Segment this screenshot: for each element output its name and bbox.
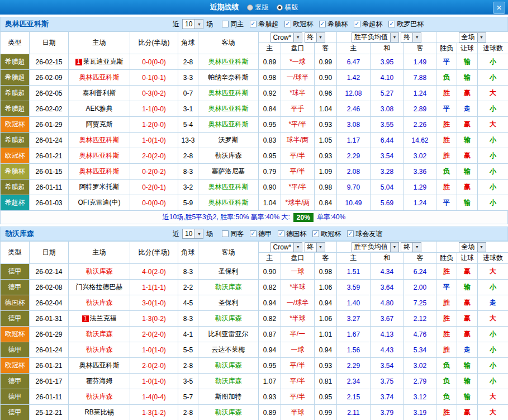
odds-away: 0.94 bbox=[315, 295, 337, 311]
match-date: 26-01-24 bbox=[30, 342, 69, 358]
radio-label-text: 横版 bbox=[285, 3, 298, 12]
away-team-cell[interactable]: 斯图加特 bbox=[198, 389, 259, 405]
away-team-cell[interactable]: 圣保利 bbox=[198, 295, 259, 311]
odds-filter-cell: Crow*▼ 终▼ bbox=[259, 32, 337, 43]
league-filter-checkbox[interactable]: 希腊杯 bbox=[319, 20, 348, 29]
home-team-cell[interactable]: AEK雅典 bbox=[69, 101, 130, 117]
league-filter-checkbox[interactable]: 欧冠杯 bbox=[284, 20, 313, 29]
match-row: 欧冠杯 26-01-29 勒沃库森 2-0(2-0) 4-1 比利亚雷亚尔 0.… bbox=[1, 327, 508, 342]
match-row: 希腊超 26-01-24 奥林匹亚科斯 1-0(1-0) 13-3 沃罗斯 0.… bbox=[1, 133, 508, 148]
odds-stage-select[interactable]: 终▼ bbox=[305, 242, 325, 252]
league-filter-checkbox[interactable]: 德甲 bbox=[250, 229, 272, 239]
checkbox-label: 欧罗巴杯 bbox=[397, 20, 424, 29]
games-count-value: 10 bbox=[185, 230, 192, 238]
avg-type-select[interactable]: 胜平负均值▼ bbox=[352, 32, 399, 43]
away-team-cell[interactable]: 奥林匹亚科斯 bbox=[198, 195, 259, 211]
home-team-cell[interactable]: 1莱瓦迪亚克斯 bbox=[69, 54, 130, 70]
odds-away: 1.06 bbox=[315, 280, 337, 295]
away-team-cell[interactable]: 奥林匹亚科斯 bbox=[198, 117, 259, 133]
odds-home: 1.07 bbox=[259, 374, 281, 389]
score: 0-0(0-0) bbox=[130, 195, 178, 211]
bookmaker-select[interactable]: Crow*▼ bbox=[270, 32, 303, 43]
home-team-cell[interactable]: 奥林匹亚科斯 bbox=[69, 133, 130, 148]
away-team-cell[interactable]: 奥林匹亚科斯 bbox=[198, 86, 259, 101]
col-date: 日期 bbox=[30, 242, 69, 264]
scope-select[interactable]: 全场▼ bbox=[459, 242, 486, 252]
avg-away: 6.24 bbox=[404, 264, 436, 280]
league-filter-checkbox[interactable]: 欧罗巴杯 bbox=[388, 20, 424, 29]
result-handicap: 赢 bbox=[457, 180, 478, 195]
result-goals: 小 bbox=[478, 195, 508, 211]
home-team-cell[interactable]: 1法兰克福 bbox=[69, 311, 130, 327]
away-team-cell[interactable]: 云达不莱梅 bbox=[198, 342, 259, 358]
league-badge: 欧冠杯 bbox=[1, 358, 30, 374]
away-team-cell[interactable]: 奥林匹亚科斯 bbox=[198, 54, 259, 70]
home-team-cell[interactable]: 阿贾克斯 bbox=[69, 117, 130, 133]
home-team-cell[interactable]: RB莱比锡 bbox=[69, 405, 130, 420]
league-filter-checkbox[interactable]: 希腊超 bbox=[250, 20, 278, 29]
col-corner: 角球 bbox=[178, 32, 198, 54]
home-team-cell[interactable]: 奥林匹亚科斯 bbox=[69, 358, 130, 374]
away-team-cell[interactable]: 沃罗斯 bbox=[198, 133, 259, 148]
away-team-cell[interactable]: 勒沃库森 bbox=[198, 311, 259, 327]
score: 0-1(0-1) bbox=[130, 70, 178, 86]
league-filter-checkbox[interactable]: 希超杯 bbox=[354, 20, 382, 29]
games-count-select[interactable]: 10▼ bbox=[182, 229, 203, 239]
result-goals: 大 bbox=[478, 311, 508, 327]
home-team-cell[interactable]: 奥林匹亚科斯 bbox=[69, 164, 130, 180]
bookmaker-select[interactable]: Crow*▼ bbox=[270, 242, 303, 252]
home-team-cell[interactable]: OFI克雷迪(中) bbox=[69, 195, 130, 211]
away-team-cell[interactable]: 比利亚雷亚尔 bbox=[198, 327, 259, 342]
chevron-down-icon: ▼ bbox=[477, 33, 486, 42]
avg-stage-select[interactable]: 终▼ bbox=[401, 242, 421, 252]
result-goals: 大 bbox=[478, 389, 508, 405]
layout-radio-horizontal[interactable]: 横版 bbox=[277, 3, 298, 12]
home-team-cell[interactable]: 霍芬海姆 bbox=[69, 374, 130, 389]
away-team-cell[interactable]: 勒沃库森 bbox=[198, 280, 259, 295]
away-team-cell[interactable]: 勒沃库森 bbox=[198, 148, 259, 164]
away-team-cell[interactable]: 塞萨洛尼基 bbox=[198, 164, 259, 180]
odds-home: 0.98 bbox=[259, 70, 281, 86]
avg-draw: 3.64 bbox=[371, 280, 404, 295]
home-team-cell[interactable]: 勒沃库森 bbox=[69, 327, 130, 342]
away-team-cell[interactable]: 勒沃库森 bbox=[198, 374, 259, 389]
league-filter-checkbox[interactable]: 球会友谊 bbox=[347, 229, 382, 239]
corner-score: 3-5 bbox=[178, 374, 198, 389]
league-filter-checkbox[interactable]: 德国杯 bbox=[278, 229, 306, 239]
home-team-cell[interactable]: 奥林匹亚科斯 bbox=[69, 70, 130, 86]
odds-home: 0.82 bbox=[259, 280, 281, 295]
home-team-cell[interactable]: 阿特罗米托斯 bbox=[69, 180, 130, 195]
home-team-name: 奥林匹亚科斯 bbox=[79, 152, 120, 159]
home-team-cell[interactable]: 勒沃库森 bbox=[69, 342, 130, 358]
away-team-cell[interactable]: 奥林匹亚科斯 bbox=[198, 180, 259, 195]
avg-type-select[interactable]: 胜平负均值▼ bbox=[352, 242, 399, 252]
away-team-cell[interactable]: 帕纳辛奈科斯 bbox=[198, 70, 259, 86]
home-team-cell[interactable]: 勒沃库森 bbox=[69, 295, 130, 311]
away-team-cell[interactable]: 勒沃库森 bbox=[198, 358, 259, 374]
odds-stage-select[interactable]: 终▼ bbox=[305, 32, 325, 43]
recent-results-panel: 近期战绩 竖版 横版 ✕ 奥林匹亚科斯 近 10▼ 场 bbox=[0, 0, 508, 420]
avg-home: 2.34 bbox=[337, 374, 371, 389]
home-team-cell[interactable]: 勒沃库森 bbox=[69, 389, 130, 405]
away-team-cell[interactable]: 奥林匹亚科斯 bbox=[198, 101, 259, 117]
home-team-cell[interactable]: 门兴格拉德巴赫 bbox=[69, 280, 130, 295]
league-filter-checkbox[interactable]: 同客 bbox=[222, 229, 244, 239]
odds-home: 0.90 bbox=[259, 180, 281, 195]
home-team-name: 莱瓦迪亚克斯 bbox=[83, 58, 124, 65]
summary-text: 近10场,胜5平3负2, 胜率:50% 赢率:40% 大: bbox=[163, 213, 290, 222]
away-team-cell[interactable]: 勒沃库森 bbox=[198, 405, 259, 420]
avg-stage-select[interactable]: 终▼ bbox=[401, 32, 421, 43]
home-team-cell[interactable]: 勒沃库森 bbox=[69, 264, 130, 280]
league-filter-checkbox[interactable]: 欧冠杯 bbox=[312, 229, 341, 239]
close-button[interactable]: ✕ bbox=[493, 2, 505, 14]
away-team-cell[interactable]: 圣保利 bbox=[198, 264, 259, 280]
layout-radio-vertical[interactable]: 竖版 bbox=[247, 3, 269, 12]
scope-select[interactable]: 全场▼ bbox=[459, 32, 486, 43]
home-team-cell[interactable]: 奥林匹亚科斯 bbox=[69, 148, 130, 164]
checkbox-label: 欧冠杯 bbox=[321, 229, 341, 239]
result-goals: 小 bbox=[478, 101, 508, 117]
avg-home: 10.49 bbox=[337, 195, 371, 211]
games-count-select[interactable]: 10▼ bbox=[182, 19, 203, 29]
home-team-cell[interactable]: 泰利普利斯 bbox=[69, 86, 130, 101]
league-filter-checkbox[interactable]: 同主 bbox=[222, 20, 244, 29]
